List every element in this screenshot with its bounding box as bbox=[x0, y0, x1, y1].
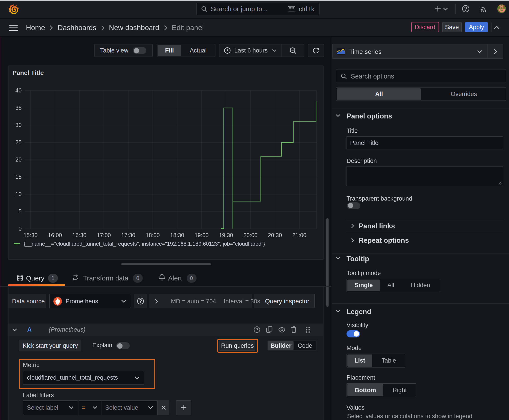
svg-text:19:00: 19:00 bbox=[195, 232, 209, 238]
svg-text:25: 25 bbox=[15, 139, 22, 145]
svg-text:17:30: 17:30 bbox=[121, 232, 135, 238]
svg-text:20:00: 20:00 bbox=[243, 232, 258, 238]
svg-text:30: 30 bbox=[15, 122, 22, 128]
svg-text:20: 20 bbox=[15, 156, 22, 162]
svg-text:40: 40 bbox=[15, 87, 22, 93]
svg-text:5: 5 bbox=[18, 208, 22, 214]
svg-text:16:00: 16:00 bbox=[48, 232, 62, 238]
svg-text:17:00: 17:00 bbox=[97, 232, 111, 238]
svg-text:19:30: 19:30 bbox=[219, 232, 233, 238]
svg-text:{__name__="cloudflared_tunnel_: {__name__="cloudflared_tunnel_total_requ… bbox=[24, 240, 265, 247]
svg-text:35: 35 bbox=[15, 104, 22, 111]
svg-text:10: 10 bbox=[15, 191, 22, 197]
svg-text:16:30: 16:30 bbox=[72, 232, 86, 238]
svg-text:18:00: 18:00 bbox=[146, 232, 160, 238]
svg-text:20:30: 20:30 bbox=[268, 232, 282, 238]
svg-text:18:30: 18:30 bbox=[170, 232, 184, 238]
svg-text:15: 15 bbox=[15, 173, 22, 180]
svg-text:0: 0 bbox=[18, 225, 22, 232]
svg-text:21:00: 21:00 bbox=[292, 232, 306, 238]
svg-text:15:30: 15:30 bbox=[23, 232, 38, 238]
